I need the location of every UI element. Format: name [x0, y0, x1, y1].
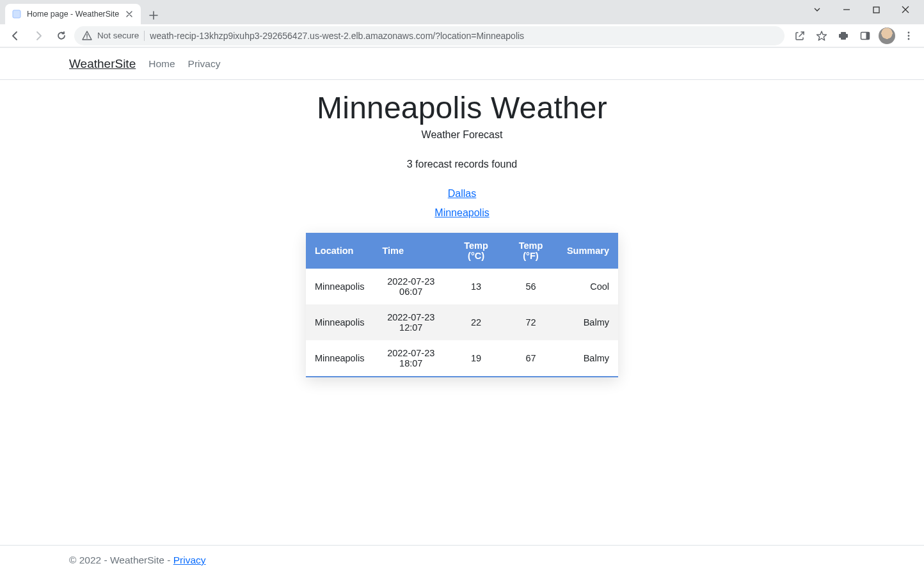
- cell-summary: Balmy: [558, 304, 618, 340]
- cell-temp-c: 22: [449, 304, 504, 340]
- table-row: Minneapolis 2022-07-23 12:07 22 72 Balmy: [306, 304, 618, 340]
- cell-temp-c: 19: [449, 340, 504, 376]
- nav-home[interactable]: Home: [148, 58, 175, 70]
- cell-temp-c: 13: [449, 269, 504, 304]
- cell-location: Minneapolis: [306, 269, 373, 304]
- location-link-dallas[interactable]: Dallas: [448, 188, 476, 199]
- star-icon[interactable]: [811, 26, 832, 46]
- table-bottom-accent: [306, 376, 618, 377]
- cell-summary: Balmy: [558, 340, 618, 376]
- favicon-icon: [12, 9, 22, 19]
- svg-rect-0: [13, 10, 20, 18]
- toolbar-right-icons: [790, 26, 919, 46]
- svg-rect-4: [866, 32, 870, 39]
- svg-point-7: [908, 38, 910, 40]
- th-temp-f: Temp (°F): [504, 233, 558, 269]
- minimize-button[interactable]: [832, 0, 861, 19]
- svg-point-6: [908, 35, 910, 36]
- forecast-table-wrap: Location Time Temp (°C) Temp (°F) Summar…: [306, 233, 618, 377]
- table-row: Minneapolis 2022-07-23 06:07 13 56 Cool: [306, 269, 618, 304]
- cell-time: 2022-07-23 12:07: [373, 304, 449, 340]
- close-icon[interactable]: [124, 9, 134, 19]
- site-nav: WeatherSite Home Privacy: [0, 48, 924, 80]
- site-footer: © 2022 - WeatherSite - Privacy: [0, 545, 924, 575]
- footer-text: © 2022 - WeatherSite -: [69, 555, 173, 565]
- cell-temp-f: 56: [504, 269, 558, 304]
- new-tab-button[interactable]: [145, 6, 163, 24]
- url-text: weath-recip-13khzp9ixuhp3-292656427.us-w…: [150, 31, 524, 41]
- share-icon[interactable]: [790, 26, 810, 46]
- chevron-down-icon[interactable]: [802, 0, 832, 19]
- th-time: Time: [373, 233, 449, 269]
- th-summary: Summary: [558, 233, 618, 269]
- cell-temp-f: 72: [504, 304, 558, 340]
- close-window-button[interactable]: [891, 0, 920, 19]
- forward-button[interactable]: [28, 26, 49, 46]
- nav-privacy[interactable]: Privacy: [188, 58, 221, 70]
- svg-point-5: [908, 31, 910, 33]
- cell-location: Minneapolis: [306, 304, 373, 340]
- svg-point-2: [86, 37, 88, 38]
- th-temp-c: Temp (°C): [449, 233, 504, 269]
- cell-temp-f: 67: [504, 340, 558, 376]
- svg-rect-1: [873, 7, 879, 13]
- cell-time: 2022-07-23 06:07: [373, 269, 449, 304]
- browser-titlebar: Home page - WeatherSite: [0, 0, 924, 24]
- main-content: Minneapolis Weather Weather Forecast 3 f…: [0, 80, 924, 545]
- warning-icon: [82, 31, 92, 41]
- table-row: Minneapolis 2022-07-23 18:07 19 67 Balmy: [306, 340, 618, 376]
- page-viewport: WeatherSite Home Privacy Minneapolis Wea…: [0, 47, 924, 575]
- maximize-button[interactable]: [861, 0, 891, 19]
- profile-avatar[interactable]: [877, 26, 897, 46]
- browser-tab[interactable]: Home page - WeatherSite: [5, 4, 141, 24]
- brand-link[interactable]: WeatherSite: [69, 57, 136, 71]
- extensions-icon[interactable]: [833, 26, 854, 46]
- window-controls: [802, 0, 920, 19]
- location-link-minneapolis[interactable]: Minneapolis: [434, 207, 489, 218]
- table-header-row: Location Time Temp (°C) Temp (°F) Summar…: [306, 233, 618, 269]
- reload-button[interactable]: [51, 26, 72, 46]
- page-title: Minneapolis Weather: [0, 90, 924, 125]
- page-subtitle: Weather Forecast: [0, 129, 924, 141]
- th-location: Location: [306, 233, 373, 269]
- cell-time: 2022-07-23 18:07: [373, 340, 449, 376]
- forecast-table: Location Time Temp (°C) Temp (°F) Summar…: [306, 233, 618, 376]
- records-found: 3 forecast records found: [0, 159, 924, 170]
- security-label: Not secure: [97, 31, 139, 40]
- back-button[interactable]: [5, 26, 26, 46]
- cell-summary: Cool: [558, 269, 618, 304]
- cell-location: Minneapolis: [306, 340, 373, 376]
- location-link-row: Minneapolis: [0, 207, 924, 219]
- separator: [144, 31, 145, 41]
- location-link-row: Dallas: [0, 188, 924, 200]
- browser-toolbar: Not secure weath-recip-13khzp9ixuhp3-292…: [0, 24, 924, 47]
- panel-icon[interactable]: [855, 26, 875, 46]
- menu-icon[interactable]: [898, 26, 919, 46]
- address-bar[interactable]: Not secure weath-recip-13khzp9ixuhp3-292…: [74, 26, 785, 45]
- footer-privacy-link[interactable]: Privacy: [173, 555, 206, 565]
- tab-title: Home page - WeatherSite: [27, 10, 119, 19]
